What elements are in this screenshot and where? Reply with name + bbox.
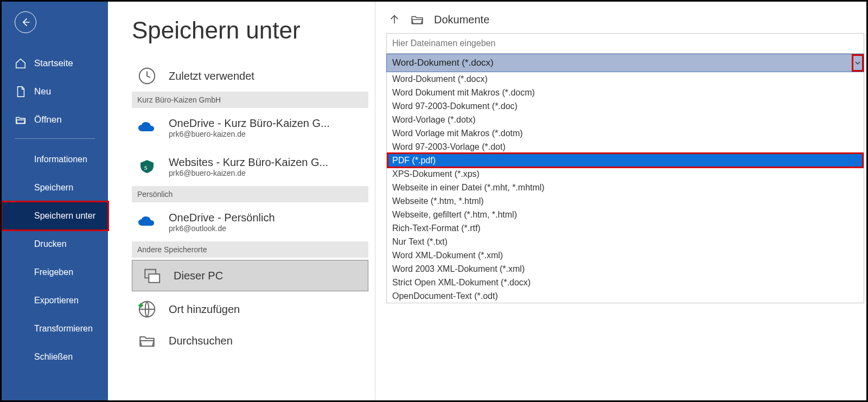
location-title: Websites - Kurz Büro-Kaizen G... [169,156,375,169]
location-item[interactable]: OneDrive - Persönlichprk6@outlook.de [132,202,375,241]
folder-open-icon [15,114,27,126]
save-options-panel: Dokumente Word-Dokument (*.docx) Word-Do… [375,2,866,400]
locations-panel: Speichern unter Zuletzt verwendet Kurz B… [108,2,375,400]
arrow-up-icon[interactable] [388,14,400,25]
location-label: Durchsuchen [169,335,375,347]
filetype-option[interactable]: Word-Dokument (*.docx) [387,72,864,86]
add-place-icon [136,300,158,318]
group-header-personal: Persönlich [132,186,368,202]
filetype-option[interactable]: Rich-Text-Format (*.rtf) [387,221,864,235]
filetype-option[interactable]: Word XML-Dokument (*.xml) [387,248,864,262]
nav-primary: Startseite Neu Öffnen InformationenSpeic… [2,49,108,371]
nav-oeffnen[interactable]: Öffnen [2,106,108,134]
page-title: Speichern unter [132,17,375,44]
filetype-selected-label: Word-Dokument (*.docx) [392,58,494,68]
location-recent[interactable]: Zuletzt verwendet [132,60,375,92]
nav-speichern[interactable]: Speichern [2,174,108,202]
location-title: OneDrive - Kurz Büro-Kaizen G... [169,117,375,130]
arrow-left-icon [20,17,31,28]
filetype-option[interactable]: Word 2003 XML-Dokument (*.xml) [387,262,864,276]
filetype-option[interactable]: PDF (*.pdf) [387,154,864,167]
filetype-option[interactable]: XPS-Dokument (*.xps) [387,167,864,181]
clock-icon [136,67,158,85]
location-label: Zuletzt verwendet [169,70,375,82]
breadcrumb-label: Dokumente [434,14,489,26]
nav-speichern-unter[interactable]: Speichern unter [2,202,108,230]
filetype-option[interactable]: Webseite in einer Datei (*.mht, *.mhtml) [387,181,864,194]
folder-open-icon [410,12,424,27]
location-label: Ort hinzufügen [169,303,375,316]
browse-icon [136,331,158,350]
filename-input[interactable] [386,33,864,54]
location-subtitle: prk6@outlook.de [169,224,375,233]
filetype-option[interactable]: OpenDocument-Text (*.odt) [387,289,864,303]
nav-neu[interactable]: Neu [2,78,108,106]
file-icon [15,86,27,98]
nav-exportieren[interactable]: Exportieren [2,286,108,315]
this-pc-icon [141,266,163,285]
filetype-option[interactable]: Webseite (*.htm, *.html) [387,194,864,208]
chevron-down-icon [855,60,860,66]
location-subtitle: prk6@buero-kaizen.de [169,169,375,177]
nav-separator [15,138,95,139]
filetype-option[interactable]: Word 97-2003-Dokument (*.doc) [387,99,864,113]
back-button[interactable] [15,11,36,33]
filetype-option[interactable]: Webseite, gefiltert (*.htm, *.html) [387,208,864,221]
filetype-dropdown-list: Word-Dokument (*.docx)Word Dokument mit … [386,72,864,303]
home-icon [15,58,27,69]
filetype-select[interactable]: Word-Dokument (*.docx) [386,54,864,72]
group-header-other: Andere Speicherorte [132,241,368,258]
sharepoint-icon: s [136,158,158,175]
backstage-sidebar: Startseite Neu Öffnen InformationenSpeic… [2,2,108,400]
filetype-option[interactable]: Word 97-2003-Vorlage (*.dot) [387,140,864,154]
location-item[interactable]: sWebsites - Kurz Büro-Kaizen G...prk6@bu… [132,147,375,186]
onedrive-icon [136,216,158,228]
onedrive-icon [136,122,158,133]
location-add-place[interactable]: Ort hinzufügen [132,293,375,325]
location-item[interactable]: OneDrive - Kurz Büro-Kaizen G...prk6@bue… [132,108,375,147]
filetype-option[interactable]: Word Dokument mit Makros (*.docm) [387,86,864,99]
nav-label: Neu [34,86,51,97]
location-title: OneDrive - Persönlich [169,212,375,224]
filetype-dropdown-button[interactable] [852,54,864,72]
location-this-pc[interactable]: Dieser PC [132,260,368,291]
nav-informationen[interactable]: Informationen [2,145,108,174]
location-browse[interactable]: Durchsuchen [132,325,375,356]
filetype-option[interactable]: Word Vorlage mit Makros (*.dotm) [387,126,864,140]
nav-drucken[interactable]: Drucken [2,230,108,258]
nav-startseite[interactable]: Startseite [2,49,108,78]
breadcrumb[interactable]: Dokumente [386,12,866,27]
svg-rect-3 [149,274,159,283]
location-subtitle: prk6@buero-kaizen.de [169,130,375,138]
nav-label: Startseite [34,58,73,69]
filetype-option[interactable]: Strict Open XML-Dokument (*.docx) [387,276,864,289]
filetype-option[interactable]: Nur Text (*.txt) [387,235,864,248]
nav-freigeben[interactable]: Freigeben [2,258,108,286]
location-label: Dieser PC [174,270,368,282]
nav-schließen[interactable]: Schließen [2,343,108,371]
group-header-org: Kurz Büro-Kaizen GmbH [132,92,368,108]
nav-label: Öffnen [34,114,62,125]
nav-transformieren[interactable]: Transformieren [2,315,108,343]
filetype-option[interactable]: Word-Vorlage (*.dotx) [387,113,864,126]
svg-text:s: s [144,163,147,171]
